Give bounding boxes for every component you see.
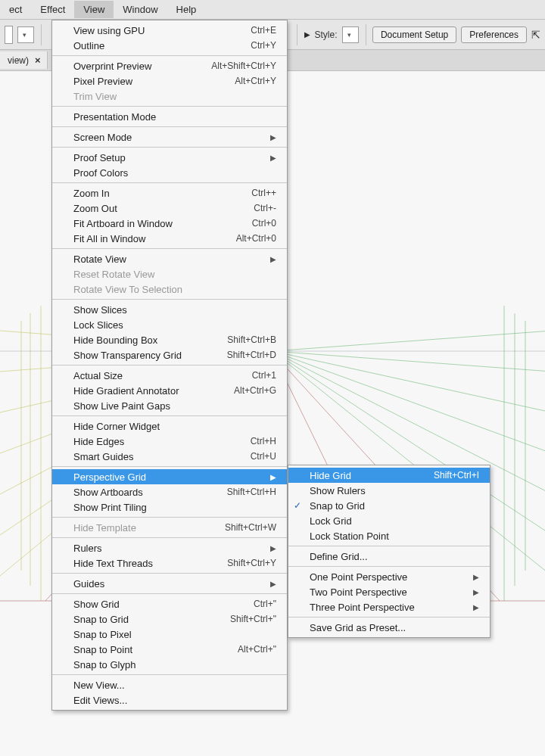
menu-item-label: Guides: [73, 578, 104, 590]
menu-item-label: Hide Template: [73, 522, 136, 534]
view-item-snap-to-pixel[interactable]: Snap to Pixel: [52, 627, 287, 642]
chevron-right-icon[interactable]: ▶: [304, 30, 310, 39]
view-item-hide-edges[interactable]: Hide EdgesCtrl+H: [52, 434, 287, 449]
menu-item-label: Hide Bounding Box: [73, 334, 157, 346]
view-item-fit-all-in-window[interactable]: Fit All in WindowAlt+Ctrl+0: [52, 231, 287, 246]
view-sep: [52, 537, 287, 538]
view-sep: [52, 593, 287, 594]
menu-item-label: Show Transparency Grid: [73, 350, 182, 361]
pin-icon[interactable]: ⇱: [531, 26, 540, 43]
pg-item-define-grid[interactable]: Define Grid...: [288, 549, 490, 564]
view-item-lock-slices[interactable]: Lock Slices: [52, 317, 287, 332]
perspective-grid-submenu: Hide GridShift+Ctrl+IShow Rulers✓Snap to…: [288, 465, 490, 638]
pg-sep: [288, 546, 490, 546]
style-select[interactable]: ▾: [342, 26, 359, 43]
view-item-hide-gradient-annotator[interactable]: Hide Gradient AnnotatorAlt+Ctrl+G: [52, 383, 287, 398]
view-sep: [52, 126, 287, 127]
menu-item-label: Hide Edges: [73, 436, 124, 447]
shortcut-label: Ctrl+0: [252, 218, 276, 229]
document-setup-button[interactable]: Document Setup: [372, 26, 456, 43]
shortcut-label: Alt+Ctrl+G: [234, 385, 276, 396]
menubar: ect Effect View Window Help: [0, 0, 545, 20]
view-item-guides[interactable]: Guides▶: [52, 576, 287, 591]
view-item-show-artboards[interactable]: Show ArtboardsShift+Ctrl+H: [52, 484, 287, 499]
menu-item-label: Proof Setup: [73, 152, 126, 163]
shortcut-label: Shift+Ctrl+H: [227, 487, 276, 497]
view-sep: [52, 674, 287, 675]
shortcut-label: Ctrl+": [254, 599, 276, 609]
shortcut-label: Ctrl+Y: [251, 40, 276, 51]
pg-item-two-point-perspective[interactable]: Two Point Perspective▶: [288, 584, 490, 599]
menu-item-label: Reset Rotate View: [73, 269, 154, 280]
pg-item-snap-to-grid[interactable]: ✓Snap to Grid: [288, 498, 490, 513]
view-item-show-print-tiling[interactable]: Show Print Tiling: [52, 499, 287, 515]
view-item-screen-mode[interactable]: Screen Mode▶: [52, 129, 287, 145]
menu-item-label: Define Grid...: [310, 551, 368, 562]
pg-item-save-grid-as-preset[interactable]: Save Grid as Preset...: [288, 620, 490, 635]
view-item-proof-setup[interactable]: Proof Setup▶: [52, 150, 287, 165]
document-tab[interactable]: view) ×: [0, 51, 48, 69]
view-item-zoom-out[interactable]: Zoom OutCtrl+-: [52, 201, 287, 216]
view-item-rotate-view-to-selection: Rotate View To Selection: [52, 282, 287, 297]
view-item-zoom-in[interactable]: Zoom InCtrl++: [52, 185, 287, 201]
view-item-perspective-grid[interactable]: Perspective Grid▶: [52, 469, 287, 484]
menu-item-label: Three Point Perspective: [310, 602, 415, 613]
chevron-right-icon: ▶: [473, 573, 479, 581]
fill-swatch[interactable]: [5, 26, 13, 44]
view-item-pixel-preview[interactable]: Pixel PreviewAlt+Ctrl+Y: [52, 73, 287, 89]
view-item-overprint-preview[interactable]: Overprint PreviewAlt+Shift+Ctrl+Y: [52, 58, 287, 73]
view-item-rotate-view[interactable]: Rotate View▶: [52, 251, 287, 266]
shortcut-label: Ctrl+H: [251, 436, 276, 446]
pg-item-lock-grid[interactable]: Lock Grid: [288, 513, 490, 528]
style-label: Style:: [315, 30, 338, 40]
pg-item-lock-station-point[interactable]: Lock Station Point: [288, 528, 490, 543]
pg-item-one-point-perspective[interactable]: One Point Perspective▶: [288, 569, 490, 584]
shortcut-label: Ctrl++: [251, 188, 276, 198]
chevron-right-icon: ▶: [473, 603, 479, 611]
shortcut-label: Shift+Ctrl+W: [225, 522, 276, 533]
view-item-show-transparency-grid[interactable]: Show Transparency GridShift+Ctrl+D: [52, 347, 287, 362]
preferences-button[interactable]: Preferences: [461, 26, 527, 43]
menu-window[interactable]: Window: [114, 1, 167, 18]
view-item-presentation-mode[interactable]: Presentation Mode: [52, 109, 287, 124]
pg-item-three-point-perspective[interactable]: Three Point Perspective▶: [288, 599, 490, 614]
view-item-show-grid[interactable]: Show GridCtrl+": [52, 596, 287, 611]
view-item-new-view[interactable]: New View...: [52, 677, 287, 692]
menu-help[interactable]: Help: [167, 1, 206, 18]
view-sep: [52, 299, 287, 300]
view-item-hide-text-threads[interactable]: Hide Text ThreadsShift+Ctrl+Y: [52, 555, 287, 571]
view-item-show-live-paint-gaps[interactable]: Show Live Paint Gaps: [52, 398, 287, 413]
menu-ect[interactable]: ect: [0, 1, 31, 18]
menu-view[interactable]: View: [74, 1, 114, 18]
view-sep: [52, 466, 287, 467]
menu-effect[interactable]: Effect: [31, 1, 74, 18]
view-item-outline[interactable]: OutlineCtrl+Y: [52, 38, 287, 53]
view-item-edit-views[interactable]: Edit Views...: [52, 692, 287, 708]
view-item-snap-to-grid[interactable]: Snap to GridShift+Ctrl+": [52, 611, 287, 627]
view-item-hide-template: Hide TemplateShift+Ctrl+W: [52, 520, 287, 535]
view-item-rulers[interactable]: Rulers▶: [52, 540, 287, 555]
view-item-view-using-gpu[interactable]: View using GPUCtrl+E: [52, 23, 287, 38]
view-item-hide-bounding-box[interactable]: Hide Bounding BoxShift+Ctrl+B: [52, 332, 287, 347]
swatch-caret[interactable]: ▾: [17, 26, 34, 43]
view-item-smart-guides[interactable]: Smart GuidesCtrl+U: [52, 449, 287, 464]
view-item-fit-artboard-in-window[interactable]: Fit Artboard in WindowCtrl+0: [52, 216, 287, 231]
shortcut-label: Shift+Ctrl+D: [227, 350, 276, 360]
menu-item-label: Actual Size: [73, 370, 123, 381]
menu-item-label: Edit Views...: [73, 695, 127, 706]
close-icon[interactable]: ×: [35, 54, 41, 66]
view-sep: [52, 147, 287, 148]
view-item-snap-to-glyph[interactable]: Snap to Glyph: [52, 657, 287, 672]
menu-item-label: Hide Gradient Annotator: [73, 385, 179, 397]
pg-item-hide-grid[interactable]: Hide GridShift+Ctrl+I: [288, 468, 490, 483]
menu-item-label: Snap to Pixel: [73, 629, 132, 640]
view-item-proof-colors[interactable]: Proof Colors: [52, 165, 287, 180]
view-sep: [52, 106, 287, 107]
pg-item-show-rulers[interactable]: Show Rulers: [288, 483, 490, 498]
view-sep: [52, 182, 287, 183]
view-item-actual-size[interactable]: Actual SizeCtrl+1: [52, 368, 287, 383]
shortcut-label: Alt+Ctrl+0: [236, 233, 276, 244]
view-item-show-slices[interactable]: Show Slices: [52, 302, 287, 317]
view-item-snap-to-point[interactable]: Snap to PointAlt+Ctrl+": [52, 642, 287, 657]
view-item-hide-corner-widget[interactable]: Hide Corner Widget: [52, 418, 287, 434]
